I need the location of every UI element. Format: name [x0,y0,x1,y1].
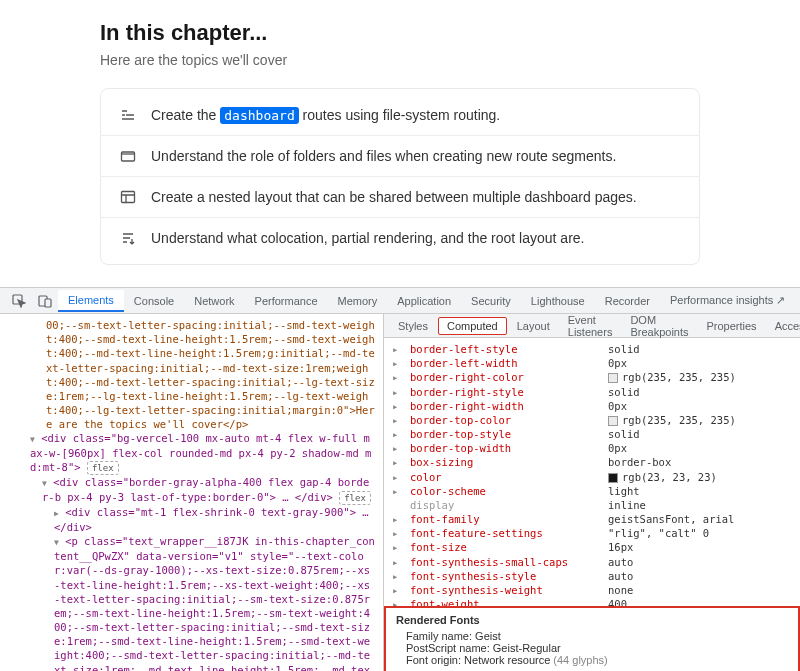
inspect-icon[interactable] [6,290,32,312]
svg-rect-1 [122,192,135,203]
tab-lighthouse[interactable]: Lighthouse [521,291,595,311]
computed-property[interactable]: ▸font-size16px [392,540,792,554]
subtab-dom-bp[interactable]: DOM Breakpoints [622,312,696,340]
devtools-tabs: Elements Console Network Performance Mem… [0,288,800,314]
computed-property[interactable]: ▸border-left-width0px [392,356,792,370]
computed-property[interactable]: ▸font-familygeistSansFont, arial [392,512,792,526]
chapter-title: In this chapter... [100,20,700,46]
tab-perf-insights[interactable]: Performance insights ↗ [660,290,795,311]
computed-property[interactable]: ▸border-right-stylesolid [392,385,792,399]
computed-property[interactable]: ▸box-sizingborder-box [392,455,792,469]
styles-subtabs: Styles Computed Layout Event Listeners D… [384,314,800,338]
computed-property[interactable]: ▸border-right-width0px [392,399,792,413]
topics-card: Create the dashboard routes using file-s… [100,88,700,265]
subtab-computed[interactable]: Computed [438,317,507,335]
route-icon [119,107,137,123]
computed-property[interactable]: ▸font-synthesis-weightnone [392,583,792,597]
chapter-subtitle: Here are the topics we'll cover [100,52,700,68]
tab-network[interactable]: Network [184,291,244,311]
topic-row: Create a nested layout that can be share… [101,177,699,218]
page-content: In this chapter... Here are the topics w… [0,0,800,275]
topic-row: Create the dashboard routes using file-s… [101,95,699,136]
subtab-layout[interactable]: Layout [509,318,558,334]
topic-text: Understand the role of folders and files… [151,148,616,164]
computed-property[interactable]: ▸color-schemelight [392,484,792,498]
tab-security[interactable]: Security [461,291,521,311]
tab-recorder[interactable]: Recorder [595,291,660,311]
dom-tree[interactable]: 00;--sm-text-letter-spacing:initial;--sm… [0,314,384,671]
rendered-fonts-heading: Rendered Fonts [396,614,788,626]
dashboard-code: dashboard [220,107,298,124]
computed-property[interactable]: ▸font-synthesis-small-capsauto [392,555,792,569]
computed-property[interactable]: ▸border-top-width0px [392,441,792,455]
topic-row: Understand what colocation, partial rend… [101,218,699,258]
subtab-styles[interactable]: Styles [390,318,436,334]
rendered-fonts: Rendered Fonts Family name: Geist PostSc… [384,606,800,671]
subtab-events[interactable]: Event Listeners [560,312,621,340]
subtab-props[interactable]: Properties [698,318,764,334]
rendered-font-entry: Family name: Geist PostScript name: Geis… [396,630,788,666]
topic-text: Understand what colocation, partial rend… [151,230,585,246]
sort-icon [119,230,137,246]
computed-property[interactable]: ▸border-top-colorrgb(235, 235, 235) [392,413,792,427]
tab-elements[interactable]: Elements [58,290,124,312]
topic-text: Create the dashboard routes using file-s… [151,107,500,123]
computed-property[interactable]: displayinline [392,498,792,512]
device-icon[interactable] [32,290,58,312]
computed-property[interactable]: ▸border-left-stylesolid [392,342,792,356]
svg-rect-4 [45,299,51,307]
subtab-a11y[interactable]: Accessibility [767,318,800,334]
layout-icon [119,189,137,205]
tab-performance[interactable]: Performance [245,291,328,311]
tab-redux[interactable]: Redux [795,291,800,311]
devtools-panel: Elements Console Network Performance Mem… [0,287,800,671]
computed-property[interactable]: ▸border-right-colorrgb(235, 235, 235) [392,370,792,384]
computed-property[interactable]: ▸border-top-stylesolid [392,427,792,441]
tab-application[interactable]: Application [387,291,461,311]
folder-icon [119,148,137,164]
computed-pane[interactable]: ▸border-left-stylesolid▸border-left-widt… [384,338,800,606]
computed-property[interactable]: ▸font-synthesis-styleauto [392,569,792,583]
computed-property[interactable]: ▸font-weight400 [392,597,792,606]
tab-memory[interactable]: Memory [328,291,388,311]
topic-text: Create a nested layout that can be share… [151,189,637,205]
computed-property[interactable]: ▸colorrgb(23, 23, 23) [392,470,792,484]
topic-row: Understand the role of folders and files… [101,136,699,177]
tab-console[interactable]: Console [124,291,184,311]
computed-property[interactable]: ▸font-feature-settings"rlig", "calt" 0 [392,526,792,540]
